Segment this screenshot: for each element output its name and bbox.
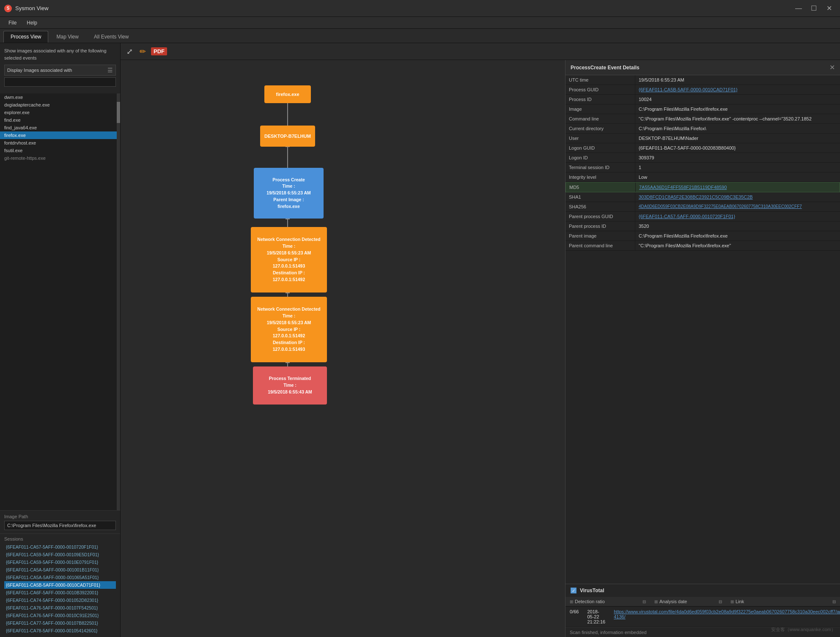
details-title: ProcessCreate Event Details [571,65,640,71]
process-item[interactable]: find_java64.exe [0,124,120,131]
details-table: UTC time 19/5/2018 6:55:23 AM Process GU… [565,75,840,584]
process-item[interactable]: fontdrvhost.exe [0,139,120,147]
minimize-button[interactable]: — [792,3,805,14]
tab-map-view[interactable]: Map View [49,31,85,43]
expand-button[interactable]: ⤢ [125,45,135,58]
sessions-section: Sessions {6FEAF011-CA57-5AFF-0000-001072… [0,533,120,637]
session-item[interactable]: {6FEAF011-CA5A-5AFF-0000-001001B11F01} [4,566,116,574]
session-item[interactable]: {6FEAF011-CA57-5AFF-0000-0010720F1F01} [4,543,116,551]
node-desktop[interactable]: DESKTOP-B7ELHUM [260,126,315,147]
process-item[interactable]: explorer.exe [0,109,120,116]
session-item-selected[interactable]: {6FEAF011-CA5B-5AFF-0000-0010CAD71F01} [4,581,116,589]
details-row-parent-image: Parent image C:\Program Files\Mozilla Fi… [565,231,840,241]
details-row-parent-process-guid: Parent process GUID {6FEAF011-CA57-5AFF-… [565,212,840,221]
virus-total-title: VirusTotal [580,588,604,593]
node-network-connection-2[interactable]: Network Connection Detected Time : 19/5/… [251,297,327,362]
process-graph-area: firefox.exe DESKTOP-B7ELHUM Process Crea… [121,60,840,637]
session-item[interactable]: {6FEAF011-CA6F-5AFF-0000-0010B3922001} [4,589,116,596]
virus-total-header: ✓ VirusTotal [565,584,840,597]
process-item[interactable]: find.exe [0,116,120,124]
details-row-parent-command-line: Parent command line "C:\Program Files\Mo… [565,241,840,251]
virus-checkbox[interactable]: ✓ [571,588,576,593]
sidebar: Show images associated with any of the f… [0,43,121,637]
virus-col-detection: ⊞ Detection ratio ⊟ [565,597,650,606]
session-item[interactable]: {6FEAF011-CA78-5AFF-0000-001054142601} [4,627,116,634]
node-process-terminated[interactable]: Process Terminated Time : 19/5/2018 6:55… [253,366,327,405]
details-row-sha1: SHA1 303D8FCD1C8A5F2E308BC23921C5C09BC3E… [565,192,840,202]
col-resize-detection[interactable]: ⊟ [642,599,646,604]
app-icon: S [4,5,12,12]
col-resize-date[interactable]: ⊟ [719,599,722,604]
details-header: ProcessCreate Event Details ✕ [565,60,840,75]
sidebar-top: Show images associated with any of the f… [0,43,120,93]
details-row-logon-guid: Logon GUID {6FEAF011-BAC7-5AFF-0000-0020… [565,143,840,153]
window-title: Sysmon View [15,5,792,11]
search-input[interactable] [4,77,116,87]
main-layout: Show images associated with any of the f… [0,43,840,637]
display-images-row: Display Images associated with ☰ [4,65,116,76]
watermark: 安全客（www.anquanke.com） [771,626,836,633]
details-row-md5: MD5 7A55AA36D1F4FF558F21B5119DF48590 [565,182,840,192]
image-path-label: Image Path [4,514,116,519]
tab-all-events-view[interactable]: All Events View [87,31,136,43]
session-item[interactable]: {6FEAF011-CA76-5AFF-0000-0010C91E2501} [4,612,116,619]
col-resize-link[interactable]: ⊟ [832,599,836,604]
session-item[interactable]: {6FEAF011-CA77-5AFF-0000-00107B822501} [4,619,116,627]
menu-file[interactable]: File [3,18,22,27]
virus-analysis-date: 2018-05-22 21:22:16 [583,607,609,627]
window-controls: — ☐ ✕ [792,3,836,14]
details-row-process-id: Process ID 10024 [565,95,840,104]
graph-lines [121,60,565,637]
session-item[interactable]: {6FEAF011-CA76-5AFF-0000-00107F542501} [4,604,116,612]
details-row-terminal-session-id: Terminal session ID 1 [565,163,840,172]
toolbar: ⤢ ✏ PDF [121,43,840,60]
col-icon-link: ⊞ [730,599,734,604]
virus-table-header: ⊞ Detection ratio ⊟ ⊞ Analysis date ⊟ ⊞ … [565,597,840,607]
close-button[interactable]: ✕ [822,3,836,14]
tab-process-view[interactable]: Process View [3,31,48,43]
node-firefox[interactable]: firefox.exe [264,85,311,103]
virus-col-date: ⊞ Analysis date ⊟ [650,597,726,606]
menu-help[interactable]: Help [22,18,42,27]
show-images-text: Show images associated with any of the f… [4,47,116,61]
details-row-logon-id: Logon ID 309379 [565,153,840,163]
maximize-button[interactable]: ☐ [807,3,821,14]
details-row-process-guid: Process GUID {6FEAF011-CA5B-5AFF-0000-00… [565,85,840,95]
process-item[interactable]: git-remote-https.exe [0,154,120,162]
image-path-value: C:\Program Files\Mozilla Firefox\firefox… [4,521,116,530]
session-item[interactable]: {6FEAF011-CA74-5AFF-0000-001052D82301} [4,596,116,604]
details-row-utc-time: UTC time 19/5/2018 6:55:23 AM [565,75,840,85]
display-images-icon: ☰ [107,67,113,74]
virus-link[interactable]: https://www.virustotal.com/file/4da0d6ed… [609,607,840,627]
session-item[interactable]: {6FEAF011-CA5A-5AFF-0000-001065A51F01} [4,574,116,581]
details-close-button[interactable]: ✕ [829,63,835,71]
process-item-selected[interactable]: firefox.exe [0,131,120,139]
sessions-label: Sessions [4,536,116,541]
session-item[interactable]: {6FEAF011-CA59-5AFF-0000-00109E5D1F01} [4,551,116,558]
process-item[interactable]: dwm.exe [0,93,120,101]
pdf-button[interactable]: PDF [151,47,167,55]
details-row-current-directory: Current directory C:\Program Files\Mozil… [565,124,840,134]
session-item[interactable]: {6FEAF011-CA59-5AFF-0000-0010E0791F01} [4,558,116,566]
content-area: ⤢ ✏ PDF [121,43,840,637]
col-icon-detection: ⊞ [570,599,573,604]
details-row-parent-process-id: Parent process ID 3520 [565,221,840,231]
image-path-section: Image Path C:\Program Files\Mozilla Fire… [0,510,120,533]
menu-bar: File Help [0,17,840,29]
tab-bar: Process View Map View All Events View [0,29,840,43]
node-network-connection-1[interactable]: Network Connection Detected Time : 19/5/… [251,227,327,293]
virus-data-row: 0/66 2018-05-22 21:22:16 https://www.vir… [565,607,840,627]
process-list[interactable]: dwm.exe dxgiadaptercache.exe explorer.ex… [0,93,120,510]
edit-button[interactable]: ✏ [138,45,148,58]
virus-detection-ratio: 0/66 [565,607,583,627]
process-item[interactable]: dxgiadaptercache.exe [0,101,120,109]
details-panel: ProcessCreate Event Details ✕ UTC time 1… [565,60,840,637]
details-row-integrity-level: Integrity level Low [565,172,840,182]
node-process-create[interactable]: Process Create Time : 19/5/2018 6:55:23 … [254,168,324,219]
details-row-sha256: SHA256 4DA0D6ED059F03CB2E08A9D9F32275E0A… [565,202,840,212]
process-item[interactable]: fsutil.exe [0,147,120,154]
graph-canvas[interactable]: firefox.exe DESKTOP-B7ELHUM Process Crea… [121,60,565,637]
details-row-command-line: Command line "C:\Program Files\Mozilla F… [565,114,840,124]
virus-col-link: ⊞ Link ⊟ [726,597,840,606]
details-row-user: User DESKTOP-B7ELHUM\Nader [565,134,840,143]
